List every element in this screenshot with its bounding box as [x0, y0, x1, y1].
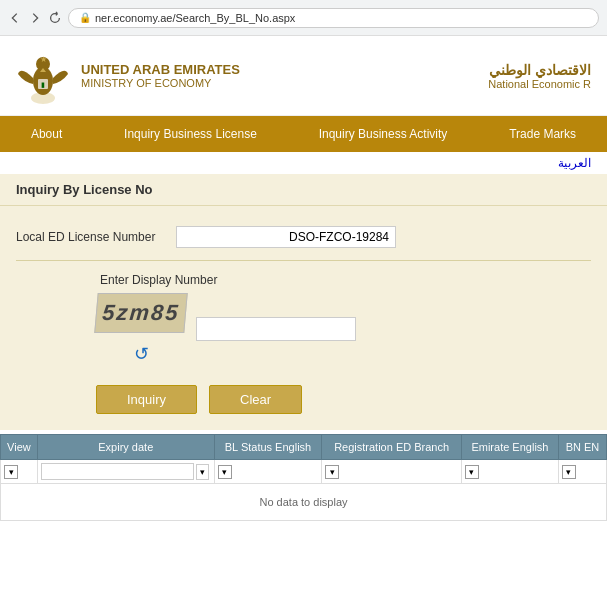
captcha-section: Enter Display Number 5zm85 ↺	[16, 261, 591, 373]
lock-icon: 🔒	[79, 12, 91, 23]
col-registration: Registration ED Branch	[322, 435, 462, 460]
filter-bn-en: ▾	[558, 460, 606, 484]
ministry-sub: MINISTRY OF ECONOMY	[81, 77, 240, 89]
filter-bl-icon[interactable]: ▾	[218, 465, 232, 479]
btn-row: Inquiry Clear	[16, 373, 591, 430]
arabic-link[interactable]: العربية	[558, 156, 591, 170]
filter-expiry-arrow[interactable]: ▾	[196, 464, 209, 480]
license-input[interactable]	[176, 226, 396, 248]
filter-expiry: ▾	[37, 460, 214, 484]
site-header: ★ ▮ UNITED ARAB EMIRATES MINISTRY OF ECO…	[0, 36, 607, 116]
filter-reg-icon[interactable]: ▾	[325, 465, 339, 479]
arabic-name: الاقتصادي الوطني	[489, 62, 591, 78]
browser-bar: 🔒 ner.economy.ae/Search_By_BL_No.aspx	[0, 0, 607, 36]
table-section: View Expiry date BL Status English Regis…	[0, 434, 607, 521]
filter-expiry-input[interactable]	[41, 463, 194, 480]
col-view: View	[1, 435, 38, 460]
svg-text:▮: ▮	[41, 81, 45, 88]
svg-text:★: ★	[40, 55, 47, 64]
filter-view-icon[interactable]: ▾	[4, 465, 18, 479]
captcha-image: 5zm85	[94, 293, 187, 333]
clear-button[interactable]: Clear	[209, 385, 302, 414]
license-row: Local ED License Number	[16, 218, 591, 261]
table-header-row: View Expiry date BL Status English Regis…	[1, 435, 607, 460]
col-emirate: Emirate English	[461, 435, 558, 460]
logo-left: ★ ▮ UNITED ARAB EMIRATES MINISTRY OF ECO…	[16, 46, 240, 106]
col-expiry: Expiry date	[37, 435, 214, 460]
reload-button[interactable]	[48, 11, 62, 25]
nav-bar: About Inquiry Business License Inquiry B…	[0, 116, 607, 152]
captcha-row: 5zm85 ↺	[96, 293, 591, 365]
logo-right: الاقتصادي الوطني National Economic R	[488, 62, 591, 90]
logo-text: UNITED ARAB EMIRATES MINISTRY OF ECONOMY	[81, 62, 240, 89]
form-area: Local ED License Number Enter Display Nu…	[0, 206, 607, 430]
captcha-label: Enter Display Number	[100, 273, 591, 287]
address-bar[interactable]: 🔒 ner.economy.ae/Search_By_BL_No.aspx	[68, 8, 599, 28]
results-table: View Expiry date BL Status English Regis…	[0, 434, 607, 521]
forward-button[interactable]	[28, 11, 42, 25]
captcha-input[interactable]	[196, 317, 356, 341]
nav-inquiry-activity[interactable]: Inquiry Business Activity	[303, 119, 464, 149]
uae-eagle-logo: ★ ▮	[16, 46, 71, 106]
nav-trademarks[interactable]: Trade Marks	[493, 119, 592, 149]
filter-emirate-icon[interactable]: ▾	[465, 465, 479, 479]
page-title-bar: Inquiry By License No	[0, 174, 607, 206]
license-label: Local ED License Number	[16, 230, 176, 244]
filter-emirate: ▾	[461, 460, 558, 484]
col-bn-en: BN EN	[558, 435, 606, 460]
filter-registration: ▾	[322, 460, 462, 484]
filter-bl-status: ▾	[214, 460, 322, 484]
english-name-right: National Economic R	[488, 78, 591, 90]
refresh-captcha-button[interactable]: ↺	[96, 343, 186, 365]
no-data-cell: No data to display	[1, 484, 607, 521]
page-title: Inquiry By License No	[16, 182, 153, 197]
nav-about[interactable]: About	[15, 119, 78, 149]
back-button[interactable]	[8, 11, 22, 25]
filter-view: ▾	[1, 460, 38, 484]
col-bl-status: BL Status English	[214, 435, 322, 460]
url-text: ner.economy.ae/Search_By_BL_No.aspx	[95, 12, 295, 24]
filter-bn-icon[interactable]: ▾	[562, 465, 576, 479]
no-data-row: No data to display	[1, 484, 607, 521]
arabic-link-bar: العربية	[0, 152, 607, 174]
nav-inquiry-license[interactable]: Inquiry Business License	[108, 119, 273, 149]
filter-row: ▾ ▾ ▾ ▾	[1, 460, 607, 484]
inquiry-button[interactable]: Inquiry	[96, 385, 197, 414]
ministry-name: UNITED ARAB EMIRATES	[81, 62, 240, 77]
